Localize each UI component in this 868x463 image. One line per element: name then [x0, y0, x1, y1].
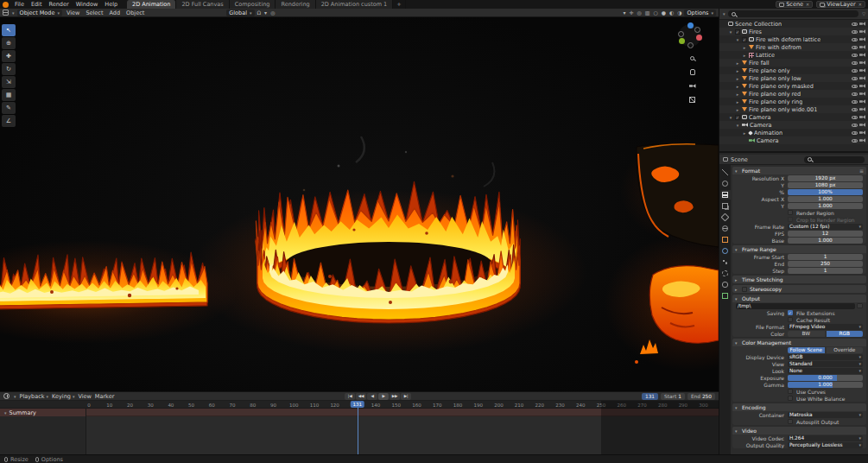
disable-in-renders-toggle[interactable] — [859, 45, 865, 49]
disable-in-renders-toggle[interactable] — [859, 22, 865, 26]
outliner-row[interactable]: ▸Fire with defrom — [719, 43, 868, 51]
disable-in-renders-toggle[interactable] — [859, 76, 865, 80]
checkbox[interactable] — [788, 217, 793, 222]
disable-in-renders-toggle[interactable] — [859, 53, 865, 57]
disable-in-renders-toggle[interactable] — [859, 60, 865, 65]
outliner-row[interactable]: ▾Camera — [719, 121, 868, 129]
dropdown-field[interactable]: Perceptually Lossless▾ — [788, 442, 863, 448]
outliner-row[interactable]: ▸Fire fall — [719, 59, 868, 67]
disable-in-renders-toggle[interactable] — [859, 115, 865, 119]
segment-button-bw[interactable]: BW — [788, 331, 825, 337]
gizmo-z-axis[interactable] — [687, 22, 694, 29]
collection-checkbox[interactable]: ✓ — [742, 37, 747, 42]
outliner-row[interactable]: ▸Fire plane only ring — [719, 98, 868, 105]
next-keyframe-button[interactable]: ▶▶ — [390, 393, 400, 400]
tool-scale[interactable]: ⇲ — [2, 76, 16, 88]
shading-material-icon[interactable]: ◐ — [668, 10, 675, 16]
outliner-filter-icon[interactable]: ▽ — [862, 11, 865, 16]
value-field[interactable]: 12 — [788, 231, 863, 237]
properties-tab-constraints[interactable] — [720, 280, 731, 289]
outliner-row[interactable]: ▸Fire plane only red — [719, 90, 868, 98]
hide-in-viewport-toggle[interactable] — [852, 38, 858, 41]
overlays-toggle-icon[interactable]: ◎ — [636, 10, 642, 16]
disclosure-triangle-icon[interactable]: ▸ — [735, 60, 740, 66]
frame-end-field[interactable]: End250 — [687, 393, 715, 400]
shading-solid-icon[interactable]: ● — [661, 10, 667, 16]
checkbox[interactable] — [788, 389, 793, 394]
panel-header[interactable]: ▸Time Stretching — [732, 276, 866, 283]
value-field[interactable]: 1 — [788, 268, 863, 274]
hide-in-viewport-toggle[interactable] — [852, 108, 858, 111]
output-path-field[interactable]: /tmp\ — [736, 303, 855, 309]
panel-header[interactable]: ▸Stereoscopy — [732, 285, 866, 293]
3d-viewport[interactable]: ↖⊕✚↻⇲▦✎∠ — [0, 17, 719, 391]
timeline-editor-type-icon[interactable] — [3, 393, 10, 399]
properties-search-field[interactable] — [804, 156, 865, 163]
outliner-row[interactable]: ▸Fire plane only masked — [719, 82, 868, 90]
disclosure-triangle-icon[interactable]: ▸ — [742, 45, 747, 50]
disable-in-renders-toggle[interactable] — [859, 29, 865, 34]
tool-rotate[interactable]: ↻ — [2, 63, 16, 75]
dropdown-field[interactable]: None▾ — [788, 368, 863, 374]
workspace-tab-2d-animation-custom-1[interactable]: 2D Animation custom 1 — [316, 0, 394, 9]
properties-tab-tool[interactable] — [720, 168, 731, 177]
outliner-row[interactable]: ▸Animation — [719, 129, 868, 136]
menu-render[interactable]: Render — [46, 1, 71, 8]
frame-start-field[interactable]: Start1 — [661, 393, 685, 400]
value-slider[interactable]: 0.000 — [788, 375, 863, 381]
current-frame-badge[interactable]: 131 — [350, 401, 364, 408]
outliner-search-field[interactable] — [728, 10, 859, 17]
dopesheet-tracks[interactable] — [86, 409, 719, 454]
segment-button-follow-scene[interactable]: Follow Scene — [788, 347, 825, 353]
disclosure-triangle-icon[interactable]: ▸ — [735, 287, 739, 292]
menu-keying[interactable]: Keying▾ — [52, 393, 74, 400]
properties-tab-physics[interactable] — [720, 269, 731, 278]
dropdown-field[interactable]: H.264▾ — [788, 435, 863, 441]
tool-move[interactable]: ✚ — [2, 50, 16, 62]
checkbox[interactable] — [788, 396, 793, 401]
hide-in-viewport-toggle[interactable] — [852, 139, 858, 143]
value-field[interactable]: 1080 px — [788, 182, 863, 188]
collection-checkbox[interactable]: ✓ — [735, 29, 740, 35]
disclosure-triangle-icon[interactable]: ▸ — [735, 99, 740, 105]
hide-in-viewport-toggle[interactable] — [852, 46, 858, 49]
perspective-toggle-icon[interactable] — [687, 95, 697, 105]
dropdown-field[interactable]: sRGB▾ — [788, 354, 863, 360]
value-field[interactable]: 1.000 — [788, 238, 863, 244]
disclosure-triangle-icon[interactable]: ▸ — [735, 76, 740, 81]
viewport-canvas[interactable] — [0, 17, 719, 391]
panel-header[interactable]: ▾Output — [732, 295, 866, 302]
disable-in-renders-toggle[interactable] — [859, 138, 865, 143]
snap-magnet-icon[interactable]: Ω — [257, 10, 263, 16]
menu-object[interactable]: Object — [124, 10, 146, 16]
disclosure-triangle-icon[interactable]: ▸ — [735, 277, 739, 282]
outliner-row[interactable]: ▸Fire plane only low — [719, 74, 868, 82]
gizmo-neg-x-axis[interactable] — [678, 31, 684, 37]
panel-checkbox[interactable] — [742, 287, 747, 292]
menu-file[interactable]: File — [12, 1, 27, 8]
disclosure-triangle-icon[interactable]: ▾ — [735, 428, 739, 434]
properties-tab-render[interactable] — [720, 179, 731, 188]
hide-in-viewport-toggle[interactable] — [852, 22, 858, 26]
dropdown-field[interactable]: Matroska▾ — [788, 412, 863, 418]
hide-in-viewport-toggle[interactable] — [852, 131, 858, 135]
properties-tab-scene[interactable] — [720, 212, 731, 222]
menu-view-timeline[interactable]: View — [78, 393, 91, 400]
properties-tab-view-layer[interactable] — [720, 201, 731, 211]
workspace-tab-rendering[interactable]: Rendering — [276, 0, 315, 9]
disclosure-triangle-icon[interactable]: ▾ — [735, 37, 740, 42]
jump-to-end-button[interactable]: ▶| — [401, 393, 411, 400]
menu-edit[interactable]: Edit — [29, 1, 45, 8]
disable-in-renders-toggle[interactable] — [859, 99, 865, 104]
outliner-row[interactable]: Camera — [719, 136, 868, 144]
properties-tab-object-data[interactable] — [720, 291, 731, 301]
scene-selector[interactable]: Scene ✕ — [776, 1, 813, 8]
disclosure-triangle-icon[interactable]: ▾ — [735, 296, 739, 301]
panel-header[interactable]: ▾Video — [732, 427, 866, 434]
disclosure-triangle-icon[interactable]: ▾ — [4, 410, 7, 415]
hide-in-viewport-toggle[interactable] — [852, 77, 858, 80]
checkbox[interactable]: ✓ — [788, 310, 793, 315]
segment-button-rgb[interactable]: RGB — [827, 331, 864, 337]
properties-tab-output[interactable] — [720, 190, 731, 200]
menu-help[interactable]: Help — [102, 1, 120, 8]
